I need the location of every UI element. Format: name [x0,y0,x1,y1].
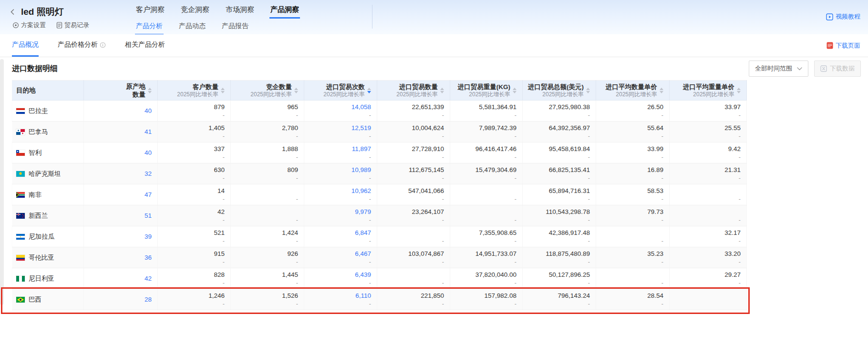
cell-value: 27,728,910 [412,144,444,153]
sort-icon[interactable] [660,88,663,93]
destination-label: 南非 [29,191,41,199]
nav-tab-market-insight[interactable]: 市场洞察 [225,3,255,19]
cell-value: 915 [214,249,225,258]
value-cell-import-trade-amount-usd: 64,392,356.97- [523,121,596,142]
origin-count-cell: 40 [84,101,158,121]
origin-count-link[interactable]: 41 [145,127,152,136]
cell-value: 926 [287,249,298,258]
value-cell-import-trade-weight-kg: 37,820,040.00- [450,268,523,289]
cell-value: 15,479,304.69 [475,165,517,174]
value-cell-import-trade-weight-kg: 7,355,908.65- [450,226,523,247]
value-cell-import-trade-times: 10,989- [304,163,377,184]
origin-count-cell: 47 [84,184,158,205]
nav-tab-product-dynamics[interactable]: 产品动态 [178,20,207,35]
destination-cell: 巴拿马 [12,121,84,142]
column-header-origin-count[interactable]: 原产地数量 [84,81,158,101]
sort-icon[interactable] [440,88,444,93]
import-trade-times-link[interactable]: 12,519 [351,123,371,132]
download-page-label: 下载页面 [836,41,860,50]
column-header-competitor-count[interactable]: 竞企数量2025同比增长率 [231,81,304,101]
import-trade-times-link[interactable]: 6,439 [355,270,371,279]
column-header-import-avg-weight-price[interactable]: 进口平均重量单价2025同比增长率 [670,81,747,101]
cell-growth-rate: - [442,174,444,182]
cell-growth-rate: - [739,237,741,245]
destination-cell: 南非 [12,184,84,205]
cell-growth-rate: - [588,132,590,141]
cell-value: 796,143.24 [558,291,590,300]
origin-count-link[interactable]: 40 [145,106,152,115]
sort-icon[interactable] [513,88,517,93]
nz-flag-icon [16,213,25,219]
tab-product-overview[interactable]: 产品概况 [12,34,39,57]
cell-growth-rate: - [515,258,517,266]
cell-value: 630 [214,165,225,174]
column-header-import-trade-quantity[interactable]: 进口贸易数量2025同比增长率 [377,81,450,101]
cell-growth-rate: - [223,174,225,182]
column-header-customer-count[interactable]: 客户数量2025同比增长率 [158,81,231,101]
tab-product-price-analysis[interactable]: 产品价格分析 [58,34,106,57]
import-trade-times-link[interactable]: 6,110 [355,291,371,300]
download-data-button[interactable]: 下载数据 [814,61,861,77]
table-row: 尼日利亚42828-1,445-6,439--37,820,040.00-50,… [12,268,747,289]
cell-value: 103,074,867 [408,249,444,258]
py-flag-icon [16,108,25,114]
video-tutorial-link[interactable]: 视频教程 [826,12,860,21]
import-trade-times-link[interactable]: 6,847 [355,228,371,237]
cell-value: 9.42 [728,144,741,153]
sort-icon[interactable] [737,88,741,93]
trade-records-link[interactable]: 贸易记录 [56,21,89,30]
info-icon[interactable] [100,42,106,48]
back-chevron-icon[interactable] [9,8,17,16]
nav-tab-competitor-insight[interactable]: 竞企洞察 [180,3,210,19]
origin-count-link[interactable]: 51 [145,211,152,220]
column-header-import-trade-amount-usd[interactable]: 进口贸易总额(美元)2025同比增长率 [523,81,596,101]
origin-count-link[interactable]: 39 [145,232,152,241]
import-trade-times-link[interactable]: 14,058 [351,102,371,111]
origin-count-link[interactable]: 40 [145,148,152,157]
origin-count-cell: 36 [84,247,158,268]
column-header-import-trade-weight-kg[interactable]: 进口贸易重量(KG)2025同比增长率 [450,81,523,101]
header-nav: 客户洞察 竞企洞察 市场洞察 产品洞察 产品分析 产品动态 产品报告 [135,3,300,35]
origin-count-link[interactable]: 28 [145,295,152,304]
nav-tab-product-report[interactable]: 产品报告 [221,20,249,35]
value-cell-import-avg-quantity-price: 58.53- [596,184,670,205]
tab-product-price-analysis-label: 产品价格分析 [58,40,98,49]
import-trade-times-link[interactable]: 10,989 [351,165,371,174]
import-trade-times-link[interactable]: 11,897 [352,144,371,153]
origin-count-link[interactable]: 42 [145,274,152,283]
origin-count-link[interactable]: 47 [145,190,152,199]
origin-count-link[interactable]: 36 [145,253,152,262]
origin-count-link[interactable]: 32 [145,169,152,178]
nav-tab-customer-insight[interactable]: 客户洞察 [135,3,165,19]
sort-icon[interactable] [294,88,298,93]
destination-label: 尼日利亚 [29,274,54,283]
nav-tab-product-analysis[interactable]: 产品分析 [135,20,164,35]
value-cell-import-trade-times: 6,467- [304,247,377,268]
cell-value: 1,405 [208,123,225,132]
cell-growth-rate: - [369,237,371,245]
vertical-scrollbar[interactable] [0,59,4,305]
cell-value: 118,875,480.89 [546,249,590,258]
import-trade-times-link[interactable]: 10,962 [351,186,371,195]
sort-icon[interactable] [148,88,152,93]
column-header-import-trade-times[interactable]: 进口贸易次数2025同比增长率 [304,81,377,101]
import-trade-times-link[interactable]: 9,979 [355,207,371,216]
cell-growth-rate: - [296,258,298,266]
scheme-settings-label: 方案设置 [21,21,46,30]
nav-tab-product-insight[interactable]: 产品洞察 [269,3,300,19]
time-range-select[interactable]: 全部时间范围 [749,61,808,77]
destination-label: 巴拉圭 [29,107,48,115]
sort-icon[interactable] [221,88,225,93]
import-data-table: 目的地原产地数量客户数量2025同比增长率竞企数量2025同比增长率进口贸易次数… [12,80,747,310]
cell-growth-rate: - [369,174,371,182]
download-page-link[interactable]: 下载页面 [827,34,860,57]
sort-icon[interactable] [367,88,371,93]
scheme-settings-link[interactable]: 方案设置 [12,21,46,30]
sort-icon[interactable] [586,88,590,93]
value-cell-customer-count: 915- [158,247,231,268]
tab-related-product-analysis[interactable]: 相关产品分析 [125,34,165,57]
value-cell-import-trade-amount-usd: 110,543,298.78- [523,205,596,226]
import-trade-times-link[interactable]: 6,467 [355,249,371,258]
column-header-import-avg-quantity-price[interactable]: 进口平均数量单价2025同比增长率 [596,81,670,101]
value-cell-import-trade-times: 6,110- [304,289,377,310]
